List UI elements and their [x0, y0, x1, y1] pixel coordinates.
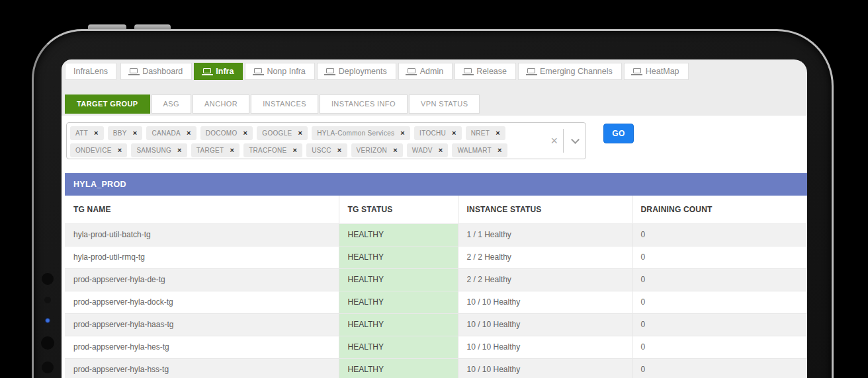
filter-tag: DOCOMO × [200, 126, 253, 140]
filter-tag-label: TRACFONE [249, 147, 286, 154]
column-header-instance-status: INSTANCE STATUS [458, 196, 632, 223]
target-multiselect[interactable]: ATT × BBY × CANADA × DOCOMO [66, 122, 586, 159]
remove-tag-icon[interactable]: × [439, 147, 443, 154]
remove-tag-icon[interactable]: × [243, 130, 248, 137]
nav-tab[interactable]: Infra [194, 63, 243, 80]
cell-draining-count: 0 [632, 268, 807, 291]
filter-tag-label: HYLA-Common Services [317, 130, 394, 137]
subnav-tab[interactable]: INSTANCES INFO [320, 94, 408, 114]
cell-tg-status: HEALTHY [339, 358, 458, 378]
filter-tag: BBY × [108, 126, 143, 140]
filter-tag: WALMART × [452, 143, 507, 157]
table-row: prod-appserver-hyla-hes-tg HEALTHY 10 / … [65, 336, 807, 358]
camera-led-dot [45, 318, 50, 323]
table-row: hyla-prod-util-rmq-tg HEALTHY 2 / 2 Heal… [65, 246, 807, 268]
nav-tab[interactable]: Deployments [317, 63, 396, 80]
nav-tab-label: HeatMap [646, 67, 679, 76]
table-row: prod-appserver-hyla-dock-tg HEALTHY 10 /… [65, 291, 807, 313]
remove-tag-icon[interactable]: × [118, 147, 122, 154]
cell-tg-name: prod-appserver-hyla-dock-tg [65, 291, 339, 313]
filter-tag: GOOGLE × [257, 126, 308, 140]
clear-all-icon[interactable]: × [550, 135, 558, 147]
filter-tag-label: DOCOMO [206, 130, 238, 137]
filter-tag-label: BBY [113, 130, 127, 137]
filter-tag: WADV × [407, 143, 449, 157]
filter-tag-label: ONDEVICE [75, 147, 112, 154]
cell-draining-count: 0 [632, 358, 807, 378]
laptop-icon [254, 68, 262, 73]
filter-tag: TRACFONE × [243, 143, 302, 157]
filter-tag-label: GOOGLE [262, 130, 292, 137]
filter-tag: HYLA-Common Services × [312, 126, 410, 140]
remove-tag-icon[interactable]: × [393, 147, 398, 154]
nav-tab-bar: Dashboard Infra Nonp Infra Deplo [120, 63, 688, 80]
filter-tag-label: ATT [75, 130, 88, 137]
remove-tag-icon[interactable]: × [133, 130, 138, 137]
filter-tag-label: VERIZON [357, 147, 388, 154]
nav-tab[interactable]: Dashboard [120, 63, 192, 80]
column-header-draining-count: DRAINING COUNT [632, 196, 807, 223]
cell-instance-status: 10 / 10 Healthy [458, 336, 632, 358]
app-screen: InfraLens Dashboard Infra Non [62, 59, 807, 378]
cell-instance-status: 2 / 2 Healthy [458, 246, 632, 268]
cell-draining-count: 0 [632, 336, 807, 358]
divider [563, 129, 564, 153]
remove-tag-icon[interactable]: × [337, 147, 342, 154]
nav-tab[interactable]: Emerging Channels [518, 63, 622, 80]
filter-tag-label: ITOCHU [419, 130, 446, 137]
laptop-icon [464, 68, 472, 73]
cell-tg-status: HEALTHY [339, 223, 458, 246]
cell-draining-count: 0 [632, 246, 807, 268]
cell-instance-status: 10 / 10 Healthy [458, 358, 632, 378]
laptop-icon [203, 68, 211, 73]
bezel-dot [42, 361, 54, 373]
subnav-tab-bar: TARGET GROUP ASG ANCHOR INSTANCES INSTAN… [65, 94, 480, 114]
laptop-icon [633, 68, 641, 73]
filter-tag-label: WADV [412, 147, 433, 154]
laptop-icon [408, 68, 415, 73]
subnav-tab[interactable]: TARGET GROUP [65, 94, 150, 114]
remove-tag-icon[interactable]: × [187, 130, 191, 137]
cell-tg-status: HEALTHY [339, 336, 458, 358]
laptop-icon [326, 68, 334, 73]
nav-tab[interactable]: Admin [398, 63, 453, 80]
remove-tag-icon[interactable]: × [94, 130, 99, 137]
filter-tag: NRET × [466, 126, 505, 140]
laptop-icon [527, 68, 535, 73]
remove-tag-icon[interactable]: × [293, 147, 298, 154]
nav-tab-label: Infra [216, 67, 234, 76]
go-button[interactable]: GO [603, 124, 634, 143]
filter-tag-label: TARGET [196, 147, 224, 154]
filter-tag-label: CANADA [152, 130, 180, 137]
stage: InfraLens Dashboard Infra Non [0, 0, 868, 378]
cell-draining-count: 0 [632, 223, 807, 246]
app-logo: InfraLens [65, 63, 116, 80]
cell-draining-count: 0 [632, 291, 807, 313]
bezel-dot [42, 273, 54, 285]
remove-tag-icon[interactable]: × [298, 130, 302, 137]
nav-tab[interactable]: HeatMap [624, 63, 689, 80]
remove-tag-icon[interactable]: × [496, 130, 500, 137]
subnav-tab[interactable]: INSTANCES [251, 94, 318, 114]
subnav-tab[interactable]: VPN STATUS [409, 94, 480, 114]
table-row: hyla-prod-util-batch-tg HEALTHY 1 / 1 He… [65, 223, 807, 246]
table-row: prod-appserver-hyla-hss-tg HEALTHY 10 / … [65, 358, 807, 378]
remove-tag-icon[interactable]: × [400, 130, 405, 137]
remove-tag-icon[interactable]: × [452, 130, 456, 137]
remove-tag-icon[interactable]: × [177, 147, 182, 154]
remove-tag-icon[interactable]: × [230, 147, 234, 154]
cell-tg-name: prod-appserver-hyla-haas-tg [65, 313, 339, 336]
section-header: HYLA_PROD [65, 173, 807, 196]
cell-tg-name: prod-appserver-hyla-hes-tg [65, 336, 339, 358]
top-navbar: InfraLens Dashboard Infra Non [65, 63, 689, 80]
cell-tg-name: prod-appserver-hyla-hss-tg [65, 358, 339, 378]
nav-tab[interactable]: Release [455, 63, 516, 80]
subnav-tab[interactable]: ANCHOR [193, 94, 249, 114]
subnav-tab[interactable]: ASG [152, 94, 191, 114]
nav-tab-label: Emerging Channels [540, 67, 613, 76]
nav-tab[interactable]: Nonp Infra [245, 63, 314, 80]
filter-tag: ITOCHU × [414, 126, 462, 140]
bezel-dot [41, 336, 54, 350]
chevron-down-icon[interactable] [571, 135, 580, 144]
remove-tag-icon[interactable]: × [498, 147, 502, 154]
